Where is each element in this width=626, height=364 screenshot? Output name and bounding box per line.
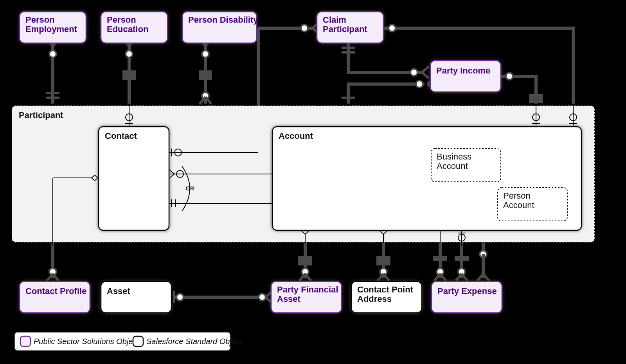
legend-public-sector-label: Public Sector Solutions Object <box>34 337 139 346</box>
svg-text:BusinessAccount: BusinessAccount <box>437 152 471 171</box>
entity-asset: Asset <box>101 282 171 313</box>
svg-rect-25 <box>455 256 469 261</box>
svg-rect-18 <box>298 256 312 265</box>
svg-rect-78 <box>272 127 581 230</box>
legend-standard-label: Salesforce Standard Object <box>146 337 243 346</box>
svg-text:Party Expense: Party Expense <box>437 286 497 296</box>
svg-text:Contact Profile: Contact Profile <box>25 286 86 296</box>
svg-point-3 <box>126 50 133 57</box>
entity-contact: Contact <box>99 127 169 230</box>
entity-contact-point-address: Contact PointAddress <box>351 282 422 313</box>
svg-rect-20 <box>376 256 390 265</box>
or-label: OR <box>186 185 194 192</box>
svg-rect-16 <box>529 94 543 103</box>
svg-rect-23 <box>433 256 447 261</box>
svg-rect-74 <box>430 61 501 92</box>
svg-point-9 <box>389 25 396 32</box>
svg-rect-4 <box>122 70 136 80</box>
svg-text:Person Disability: Person Disability <box>188 15 258 25</box>
svg-point-29 <box>259 294 266 301</box>
svg-point-15 <box>506 73 513 80</box>
edge-claim-participant-party-income <box>348 43 425 72</box>
svg-point-8 <box>301 25 308 32</box>
entity-person-education: PersonEducation Person Education <box>101 12 180 43</box>
entity-party-income: Party Income <box>430 61 501 92</box>
legend: Public Sector Solutions Object Salesforc… <box>15 332 243 350</box>
entity-person-employment: PersonEmployment Person Employment <box>20 12 109 43</box>
svg-rect-76 <box>99 127 169 230</box>
entity-contact-profile: Contact Profile <box>20 282 90 313</box>
entity-party-financial-asset: Party FinancialAsset <box>271 282 342 313</box>
entity-party-expense: Party Expense <box>432 282 502 313</box>
entity-person-disability: Person Disability <box>182 12 258 43</box>
svg-rect-6 <box>199 70 212 80</box>
svg-text:PersonAccount: PersonAccount <box>503 191 534 210</box>
erd-diagram: Participant OR PersonEmployment <box>0 0 626 364</box>
svg-text:Asset: Asset <box>107 286 131 296</box>
svg-text:Account: Account <box>279 131 313 141</box>
participant-label: Participant <box>19 110 63 120</box>
legend-standard-icon <box>133 336 143 346</box>
entity-account: Account <box>272 127 581 230</box>
legend-public-sector-icon <box>20 336 31 346</box>
svg-point-27 <box>176 294 183 301</box>
svg-text:Party Income: Party Income <box>436 66 490 75</box>
svg-point-12 <box>410 69 417 76</box>
svg-point-5 <box>202 50 209 57</box>
svg-text:Contact: Contact <box>105 131 137 141</box>
svg-point-0 <box>49 50 56 57</box>
svg-point-13 <box>416 81 423 88</box>
